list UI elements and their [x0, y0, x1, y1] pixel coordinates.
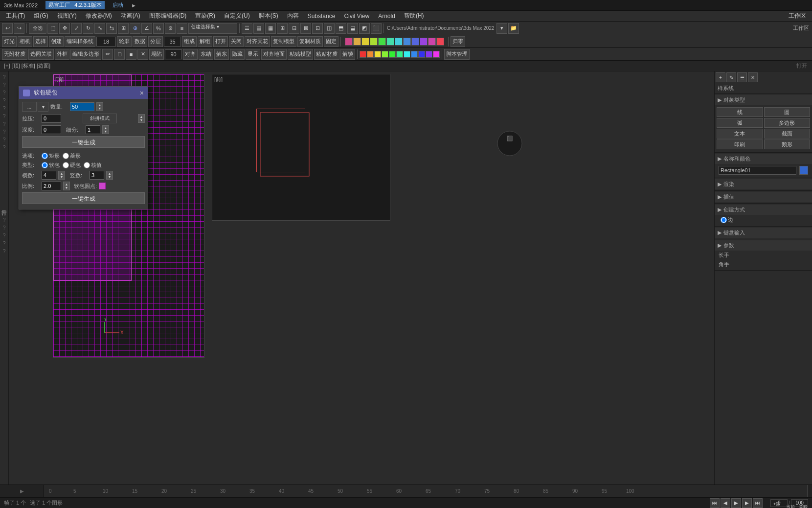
swatch-purple[interactable] [420, 38, 428, 46]
diamond-option[interactable]: 菱形 [63, 152, 81, 160]
soft-radio[interactable] [42, 162, 48, 168]
swatch2-9[interactable] [418, 51, 425, 58]
type-section-btn[interactable]: 截面 [764, 129, 811, 139]
data-button[interactable]: 数据 [133, 36, 147, 47]
swatch2-11[interactable] [433, 51, 440, 58]
angle-input[interactable] [164, 37, 181, 46]
layer-btn2[interactable]: ▤ [253, 23, 264, 34]
cols-spinner[interactable]: ▲ ▼ [106, 171, 113, 180]
go-end-button[interactable]: ⏭ [753, 498, 763, 508]
menu-substance[interactable]: Substance [304, 12, 339, 21]
east-button[interactable]: 东结 [199, 49, 213, 60]
type-arc-btn[interactable]: 弧 [717, 118, 763, 128]
swatch-green[interactable] [378, 38, 386, 46]
layer-btn9[interactable]: ⬒ [336, 23, 346, 34]
edge-option[interactable]: 边 [721, 216, 806, 224]
swatch2-10[interactable] [426, 51, 432, 58]
soft-option[interactable]: 软包 [42, 162, 60, 169]
swatch2-1[interactable] [360, 51, 366, 58]
swatch-orange[interactable] [353, 38, 361, 46]
detach-button[interactable]: 解东 [214, 49, 229, 60]
named-select-button[interactable]: ≡ [177, 23, 187, 34]
rpanel-edit-btn[interactable]: ✎ [726, 72, 736, 82]
select-button[interactable]: ✥ [59, 23, 70, 34]
select-rel-button[interactable]: 选同关联 [28, 49, 54, 60]
dialog-close-button[interactable]: × [140, 90, 144, 96]
rows-spinner[interactable]: ▲ ▼ [58, 171, 65, 180]
script-mgr-button[interactable]: 脚本管理 [444, 49, 470, 60]
close-button[interactable]: 关闭 [229, 36, 244, 47]
help-q16[interactable]: ? [1, 248, 8, 254]
subdiv-input[interactable] [86, 125, 100, 134]
draw-icon1[interactable]: ✏ [102, 49, 113, 60]
select2-button[interactable]: 选择 [33, 36, 48, 47]
copy-model-button[interactable]: 复制模型 [271, 36, 296, 47]
dialog-title-bar[interactable]: 软包硬包 × [19, 87, 148, 99]
object-color-swatch[interactable] [799, 166, 808, 175]
lasso-select-button[interactable]: ⬚ [47, 23, 58, 34]
help-q11[interactable]: ? [1, 208, 8, 215]
render-header[interactable]: ▶ 渲染 [715, 179, 812, 189]
copy-mat-button[interactable]: 复制材质 [297, 36, 323, 47]
type-polygon-btn[interactable]: 多边形 [764, 118, 811, 128]
menu-workspace[interactable]: 工作区 [785, 11, 810, 21]
create-button[interactable]: 创建 [49, 36, 64, 47]
profile-button[interactable]: 轮廓 [117, 36, 132, 47]
menu-help[interactable]: 帮助(H) [400, 11, 428, 21]
count-spinner[interactable]: ▲ ▼ [96, 102, 103, 111]
paste-model-button[interactable]: 粘贴模型 [288, 49, 313, 60]
menu-customize[interactable]: 自定义(U) [220, 11, 254, 21]
hard-radio[interactable] [63, 162, 69, 168]
mode-button[interactable]: 斜拼模式 [83, 114, 117, 123]
layer-btn11[interactable]: ◩ [359, 23, 370, 34]
prev-frame-button[interactable]: ◀ [721, 498, 730, 508]
generate-btn1[interactable]: 一键生成 [22, 136, 145, 148]
layer-btn6[interactable]: ⊠ [300, 23, 311, 34]
soft-corner-swatch[interactable] [99, 183, 106, 189]
align-button[interactable]: ⊞ [118, 23, 129, 34]
swatch2-4[interactable] [382, 51, 388, 58]
extrude-input[interactable] [42, 114, 61, 123]
extrude-spinner[interactable]: ▲ ▼ [138, 114, 145, 123]
swatch2-2[interactable] [367, 51, 374, 58]
go-start-button[interactable]: ⏮ [710, 498, 720, 508]
start-button[interactable]: 启动 [113, 1, 123, 9]
rows-input[interactable] [42, 171, 56, 180]
object-name-input[interactable] [719, 166, 796, 175]
creation-header[interactable]: ▶ 创建方式 [715, 205, 812, 215]
layer-btn10[interactable]: ⬓ [347, 23, 358, 34]
play-button[interactable]: ▶ [731, 498, 741, 508]
type-text-btn[interactable]: 文本 [717, 129, 763, 139]
scale-input[interactable] [42, 182, 61, 190]
swatch-pink[interactable] [345, 38, 353, 46]
type-carve-btn[interactable]: 印刷 [717, 139, 763, 149]
edge-radio[interactable] [721, 217, 727, 223]
menu-modifier[interactable]: 修改器(M) [82, 11, 116, 21]
swatch-blue[interactable] [403, 38, 411, 46]
type-line-btn[interactable]: 线 [717, 107, 763, 117]
rect-radio[interactable] [42, 153, 48, 159]
lighting-button[interactable]: 灯光 [2, 36, 17, 47]
camera-button[interactable]: 相机 [18, 36, 32, 47]
swatch2-5[interactable] [389, 51, 396, 58]
path-dropdown[interactable]: ▾ [496, 23, 507, 34]
help-q2[interactable]: ? [1, 81, 8, 88]
help-q1[interactable]: ? [1, 73, 8, 80]
value90-input[interactable] [165, 49, 182, 59]
carve-option[interactable]: 核值 [84, 162, 102, 169]
help-q12[interactable]: ? [1, 216, 8, 223]
division-button[interactable]: 分层 [148, 36, 163, 47]
swatch-red[interactable] [436, 38, 444, 46]
redo-button[interactable]: ↪ [14, 23, 24, 34]
help-q9[interactable]: ? [1, 136, 8, 143]
fix-button[interactable]: 固定 [324, 36, 338, 47]
edit-spline-button[interactable]: 编辑样条线 [65, 36, 95, 47]
align-top-button[interactable]: 对齐天花 [245, 36, 270, 47]
value18-input[interactable] [96, 37, 116, 46]
swatch-lime[interactable] [370, 38, 378, 46]
frame-button[interactable]: 外框 [55, 49, 69, 60]
timeline-track[interactable]: 0 5 10 15 20 25 30 35 40 45 50 55 60 65 … [44, 485, 807, 497]
help-q13[interactable]: ? [1, 224, 8, 231]
object-types-header[interactable]: ▶ 对象类型 [715, 95, 812, 105]
compose-button[interactable]: 组成 [182, 36, 197, 47]
